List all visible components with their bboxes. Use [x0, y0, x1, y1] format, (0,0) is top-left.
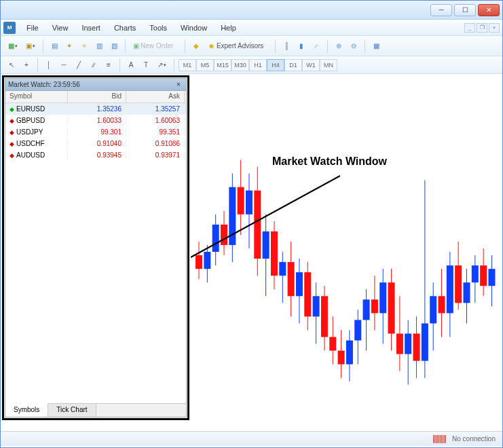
- cursor-tool[interactable]: ↖: [5, 58, 18, 73]
- menu-tools[interactable]: Tools: [143, 22, 174, 34]
- ask-value: 1.35257: [126, 105, 185, 113]
- annotation-label: Market Watch Window: [272, 155, 387, 168]
- mdi-minimize-button[interactable]: _: [464, 23, 475, 33]
- symbol-row-eurusd[interactable]: ◆EURUSD1.352361.35257: [5, 103, 186, 115]
- menu-file[interactable]: File: [20, 22, 45, 34]
- timeframe-d1[interactable]: D1: [284, 59, 302, 71]
- svg-rect-50: [396, 333, 403, 354]
- market-watch-close-icon[interactable]: ×: [174, 80, 183, 90]
- bid-value: 1.35236: [68, 105, 126, 113]
- col-ask[interactable]: Ask: [126, 91, 185, 102]
- expert-advisors-button[interactable]: ☻ Expert Advisors: [204, 39, 271, 54]
- new-chart-button[interactable]: ▦▾: [5, 39, 21, 54]
- app-window: ─ ☐ ✕ M File View Insert Charts Tools Wi…: [0, 0, 503, 448]
- bid-value: 0.93945: [68, 151, 126, 160]
- market-watch-body: ◆EURUSD1.352361.35257◆GBPUSD1.600331.600…: [5, 103, 186, 402]
- workspace: Market Watch: 23:59:56 × Symbol Bid Ask …: [1, 74, 502, 446]
- bar-chart-button[interactable]: ║: [280, 39, 293, 54]
- svg-rect-30: [313, 296, 320, 316]
- svg-rect-70: [480, 265, 487, 286]
- timeframe-w1[interactable]: W1: [302, 59, 320, 71]
- mdi-close-button[interactable]: ×: [489, 23, 500, 33]
- col-symbol[interactable]: Symbol: [5, 91, 68, 102]
- tab-tick-chart[interactable]: Tick Chart: [48, 404, 96, 417]
- menu-view[interactable]: View: [45, 22, 75, 34]
- down-arrow-icon: ◆: [10, 117, 14, 124]
- svg-rect-54: [413, 333, 420, 360]
- menu-insert[interactable]: Insert: [75, 22, 107, 34]
- timeframe-m1[interactable]: M1: [179, 59, 196, 71]
- svg-rect-40: [354, 320, 361, 340]
- horizontal-line-tool[interactable]: ─: [57, 58, 71, 73]
- navigator-toggle[interactable]: ✦: [62, 39, 76, 54]
- ask-value: 99.351: [126, 128, 185, 136]
- symbol-row-gbpusd[interactable]: ◆GBPUSD1.600331.60063: [5, 115, 186, 126]
- profiles-button[interactable]: ▣▾: [22, 39, 39, 54]
- timeframe-h4[interactable]: H4: [267, 59, 284, 71]
- metaquotes-button[interactable]: ◆: [189, 39, 203, 54]
- menu-charts[interactable]: Charts: [107, 22, 143, 34]
- text-tool[interactable]: T: [139, 58, 153, 73]
- maximize-button[interactable]: ☐: [454, 4, 476, 16]
- svg-rect-68: [472, 265, 479, 282]
- symbol-row-usdchf[interactable]: ◆USDCHF0.910400.91086: [5, 138, 186, 149]
- zoom-in-button[interactable]: ⊕: [332, 39, 346, 54]
- svg-rect-60: [439, 296, 445, 313]
- bid-value: 99.301: [68, 128, 126, 136]
- symbol-row-audusd[interactable]: ◆AUDUSD0.939450.93971: [5, 149, 186, 161]
- timeframe-m30[interactable]: M30: [231, 59, 249, 71]
- svg-rect-48: [388, 282, 395, 333]
- svg-rect-46: [379, 282, 386, 313]
- fibonacci-tool[interactable]: ≡: [102, 58, 115, 73]
- close-button[interactable]: ✕: [478, 4, 500, 16]
- timeframe-h1[interactable]: H1: [249, 59, 267, 71]
- market-watch-title[interactable]: Market Watch: 23:59:56 ×: [5, 79, 186, 91]
- svg-rect-42: [363, 299, 370, 320]
- vertical-line-tool[interactable]: │: [42, 58, 56, 73]
- down-arrow-icon: ◆: [10, 129, 14, 136]
- terminal-toggle[interactable]: ▥: [92, 39, 106, 54]
- symbol-name: USDJPY: [16, 128, 43, 136]
- data-window-toggle[interactable]: ✧: [77, 39, 91, 54]
- line-chart-button[interactable]: ⟋: [310, 39, 323, 54]
- timeframe-m15[interactable]: M15: [214, 59, 231, 71]
- tab-symbols[interactable]: Symbols: [5, 403, 48, 417]
- crosshair-tool[interactable]: +: [20, 58, 33, 73]
- svg-line-0: [191, 176, 340, 257]
- trendline-tool[interactable]: ╱: [72, 58, 86, 73]
- bid-value: 1.60033: [68, 116, 126, 125]
- ask-value: 0.93971: [126, 151, 185, 160]
- svg-rect-24: [288, 262, 295, 296]
- new-order-button[interactable]: ▣ New Order: [130, 39, 181, 54]
- zoom-out-button[interactable]: ⊖: [347, 39, 360, 54]
- market-watch-toggle[interactable]: ▤: [48, 39, 61, 54]
- menu-help[interactable]: Help: [214, 22, 243, 34]
- equidistant-channel-tool[interactable]: ⫽: [87, 58, 100, 73]
- svg-rect-62: [447, 265, 453, 313]
- down-arrow-icon: ◆: [10, 141, 14, 147]
- text-label-tool[interactable]: A: [124, 58, 138, 73]
- main-toolbar: ▦▾ ▣▾ ▤ ✦ ✧ ▥ ▧ ▣ New Order ◆ ☻ Expert A…: [1, 36, 502, 56]
- symbol-name: USDCHF: [16, 140, 45, 147]
- statusbar: No connection: [1, 431, 502, 446]
- menu-window[interactable]: Window: [174, 22, 214, 34]
- connection-status: No connection: [452, 435, 496, 443]
- timeframe-mn[interactable]: MN: [320, 59, 337, 71]
- svg-rect-34: [329, 337, 336, 350]
- symbol-row-usdjpy[interactable]: ◆USDJPY99.30199.351: [5, 126, 186, 138]
- timeframe-m5[interactable]: M5: [196, 59, 214, 71]
- svg-rect-72: [488, 269, 495, 286]
- tile-windows-button[interactable]: ▦: [369, 39, 383, 54]
- col-bid[interactable]: Bid: [68, 91, 126, 102]
- svg-rect-22: [279, 262, 286, 276]
- svg-rect-58: [430, 296, 436, 323]
- mdi-restore-button[interactable]: ❐: [477, 23, 487, 33]
- strategy-tester-toggle[interactable]: ▧: [107, 39, 121, 54]
- down-arrow-icon: ◆: [10, 152, 14, 159]
- svg-rect-52: [405, 333, 411, 354]
- candle-chart-button[interactable]: ▮: [295, 39, 308, 54]
- market-watch-panel: Market Watch: 23:59:56 × Symbol Bid Ask …: [5, 78, 187, 417]
- menubar: M File View Insert Charts Tools Window H…: [1, 20, 502, 36]
- minimize-button[interactable]: ─: [430, 4, 452, 16]
- arrows-tool[interactable]: ↗▾: [154, 58, 170, 73]
